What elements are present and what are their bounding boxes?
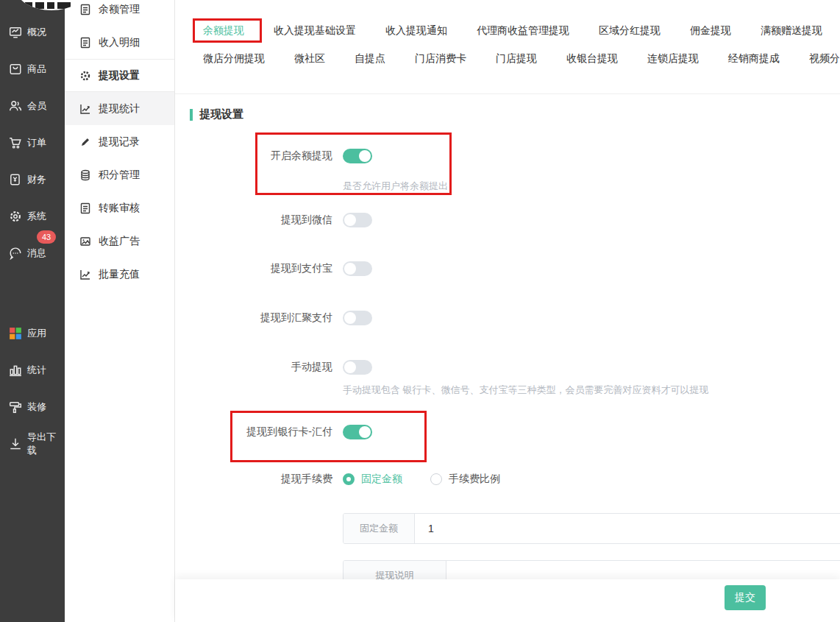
huiju-pay-withdraw-toggle[interactable] [343,311,372,325]
overview-icon [8,26,22,40]
tab-dealer-commission[interactable]: 经销商提成 [728,52,780,66]
document-icon [79,37,91,49]
finance-submenu: 余额管理 收入明细 提现设置 提现统计 提现记录 [65,0,175,622]
sidebar-item-label: 应用 [27,327,46,340]
withdraw-settings-form: 开启余额提现 是否允许用户将余额提出 提现到微信 提现到支付宝 提现到汇聚支付 … [175,148,840,591]
tab-chain-store-withdraw[interactable]: 连锁店提现 [647,52,699,66]
sidebar-item-finance[interactable]: 财务 [0,161,65,198]
radio-label[interactable]: 手续费比例 [449,473,500,486]
wechat-withdraw-toggle[interactable] [343,213,372,227]
finance-icon [8,173,22,187]
toggle-knob [344,263,356,275]
members-icon [8,99,22,113]
main-sidebar: 概况 商品 会员 订单 财务 [0,0,65,622]
sidebar-item-export[interactable]: 导出下载 [0,425,65,462]
sidebar-item-label: 统计 [27,364,46,377]
submenu-item-income-detail[interactable]: 收入明细 [65,26,174,59]
field-label: 提现到微信 [175,213,332,227]
fee-type-radio-group: 固定金额 手续费比例 [343,473,500,486]
toggle-knob [344,361,356,373]
sidebar-item-label: 消息 [27,247,46,260]
fee-ratio-radio[interactable] [430,473,442,485]
tab-commission-withdraw[interactable]: 佣金提现 [690,24,731,38]
field-label: 提现手续费 [175,473,332,486]
sidebar-item-goods[interactable]: 商品 [0,51,65,88]
field-label: 开启余额提现 [175,149,332,163]
system-icon [8,210,22,224]
sidebar-item-decorate[interactable]: 装修 [0,389,65,425]
submenu-item-label: 提现记录 [99,135,140,149]
field-hint: 是否允许用户将余额提出 [343,180,840,193]
tab-region-dividend-withdraw[interactable]: 区域分红提现 [599,24,661,38]
stats-icon [8,364,22,378]
tab-micro-community[interactable]: 微社区 [294,52,325,66]
sidebar-item-members[interactable]: 会员 [0,88,65,124]
apps-icon [8,327,22,341]
submenu-item-label: 提现设置 [99,69,140,82]
fixed-amount-input[interactable] [415,514,840,543]
tab-video-clipped[interactable]: 视频分 [809,52,840,66]
tab-pickup-point[interactable]: 自提点 [355,52,385,66]
toggle-knob [359,150,371,162]
input-addon-label: 固定金额 [344,514,415,543]
goods-icon [8,63,22,77]
export-download-icon [8,437,22,451]
submenu-item-points-manage[interactable]: 积分管理 [65,158,174,191]
sidebar-item-apps[interactable]: 应用 [0,315,65,352]
sidebar-item-label: 商品 [27,63,46,76]
fixed-amount-input-group: 固定金额 [343,513,840,544]
main-content: 余额提现 收入提现基础设置 收入提现通知 代理商收益管理提现 区域分红提现 佣金… [175,0,840,622]
manual-withdraw-toggle[interactable] [343,360,372,375]
submenu-item-withdraw-records[interactable]: 提现记录 [65,125,174,158]
document-icon [79,4,91,15]
alipay-withdraw-toggle[interactable] [343,261,372,276]
submenu-item-balance-manage[interactable]: 余额管理 [65,0,174,26]
document-icon [79,202,91,214]
footer-action-bar: 提交 [175,579,840,622]
sidebar-item-message[interactable]: 43 消息 [0,235,65,272]
sidebar-item-system[interactable]: 系统 [0,198,65,235]
sidebar-item-label: 导出下载 [27,431,65,457]
submit-button[interactable]: 提交 [725,585,766,610]
tab-cashier-withdraw[interactable]: 收银台提现 [566,52,618,66]
toggle-knob [359,426,371,438]
tab-balance-withdraw[interactable]: 余额提现 [203,24,244,38]
tab-income-withdraw-notice[interactable]: 收入提现通知 [385,24,447,38]
tab-store-withdraw[interactable]: 门店提现 [496,52,537,66]
field-label: 提现到汇聚支付 [175,311,332,325]
decorate-icon [8,400,22,414]
orders-icon [8,136,22,150]
submenu-item-label: 收入明细 [99,36,140,49]
sidebar-item-label: 概况 [27,26,46,39]
radio-label[interactable]: 固定金额 [361,473,402,486]
chart-icon [79,269,91,280]
submenu-item-label: 提现统计 [99,102,140,116]
tab-microshop-commission[interactable]: 微店分佣提现 [203,52,265,66]
submenu-item-label: 收益广告 [99,235,140,248]
submenu-item-label: 余额管理 [99,3,140,16]
toggle-knob [344,312,356,324]
tab-income-withdraw-basic[interactable]: 收入提现基础设置 [274,24,356,38]
submenu-item-income-ads[interactable]: 收益广告 [65,225,174,258]
submenu-item-withdraw-stats[interactable]: 提现统计 [65,92,174,125]
gear-icon [79,70,91,82]
submenu-item-transfer-audit[interactable]: 转账审核 [65,191,174,225]
message-count-badge: 43 [37,230,56,244]
sidebar-item-label: 装修 [27,400,46,414]
sidebar-item-orders[interactable]: 订单 [0,124,65,161]
tab-agent-income-withdraw[interactable]: 代理商收益管理提现 [477,24,569,38]
sidebar-item-overview[interactable]: 概况 [0,14,65,51]
tab-bar: 余额提现 收入提现基础设置 收入提现通知 代理商收益管理提现 区域分红提现 佣金… [175,0,840,94]
submenu-item-label: 转账审核 [99,202,140,215]
sidebar-item-label: 会员 [27,99,46,113]
message-icon [8,247,22,261]
balance-withdraw-toggle[interactable] [343,149,372,163]
bankcard-huifu-withdraw-toggle[interactable] [343,425,372,439]
submenu-item-batch-recharge[interactable]: 批量充值 [65,258,174,291]
submenu-item-withdraw-settings[interactable]: 提现设置 [65,59,174,92]
submenu-item-label: 积分管理 [99,169,140,182]
fixed-amount-radio[interactable] [343,473,355,485]
sidebar-item-stats[interactable]: 统计 [0,352,65,389]
tab-store-card[interactable]: 门店消费卡 [415,52,466,66]
tab-full-gift-withdraw[interactable]: 满额赠送提现 [761,24,822,38]
